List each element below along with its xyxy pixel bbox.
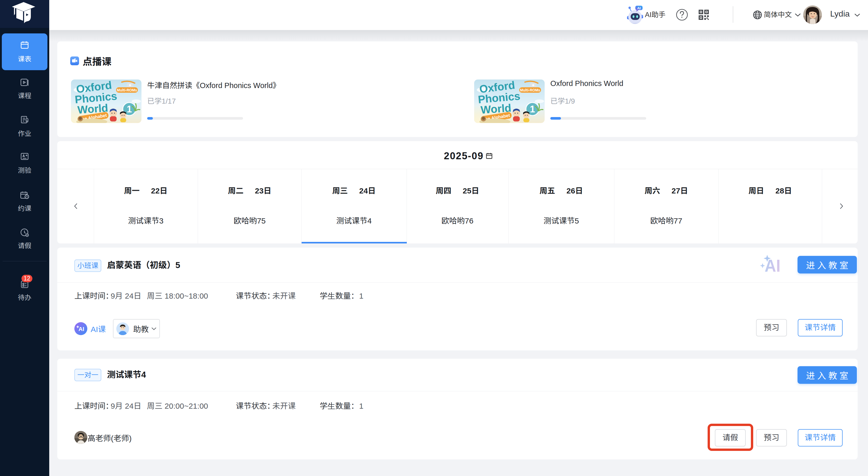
- svg-text:Multi-ROMs: Multi-ROMs: [117, 88, 137, 92]
- svg-text:AI: AI: [637, 6, 641, 10]
- svg-text:AI: AI: [79, 326, 84, 332]
- svg-text:1: 1: [127, 104, 132, 115]
